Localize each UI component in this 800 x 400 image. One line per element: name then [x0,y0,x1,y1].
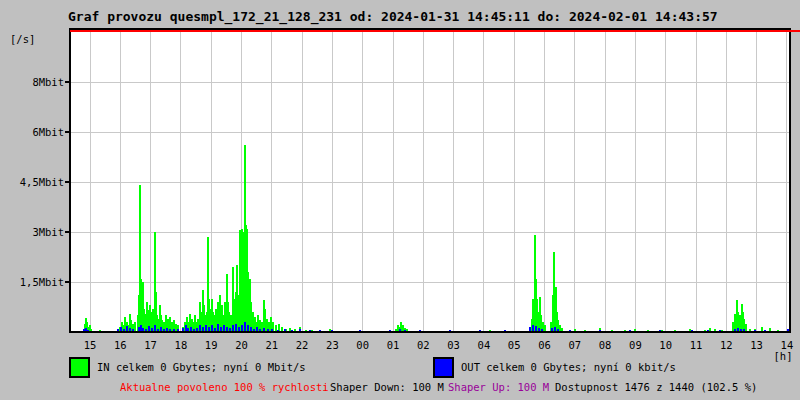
x-tick-label: 21 [257,339,287,351]
out-legend-swatch [433,357,454,378]
y-tick-label: 4,5Mbit [0,176,64,188]
x-tick-label: 20 [227,339,257,351]
shaper-up-label: Shaper Up: 100 M [448,381,549,393]
x-tick-label: 22 [287,339,317,351]
x-tick-label: 03 [439,339,469,351]
x-tick-label: 02 [408,339,438,351]
x-tick-label: 09 [620,339,650,351]
x-tick-label: 18 [166,339,196,351]
availability-label: Dostupnost 1476 z 1440 (102.5 %) [555,381,757,393]
shaper-down-label: Shaper Down: 100 M [330,381,444,393]
plot-area [70,29,790,332]
traffic-graph-page: { "header": { "title": "Graf provozu que… [0,0,800,400]
y-tick-label: 6Mbit [0,126,64,138]
x-tick-label: 00 [348,339,378,351]
x-tick-label: 04 [469,339,499,351]
y-tick-label: 3Mbit [0,226,64,238]
x-tick-label: 12 [711,339,741,351]
in-legend-label: IN celkem 0 Gbytes; nyní 0 Mbit/s [97,361,306,373]
x-tick-label: 07 [560,339,590,351]
in-legend-swatch [69,357,90,378]
y-tick-label: 1,5Mbit [0,276,64,288]
x-tick-label: 17 [136,339,166,351]
x-tick-label: 19 [196,339,226,351]
x-tick-label: 08 [590,339,620,351]
y-tick-label: 8Mbit [0,76,64,88]
x-tick-label: 06 [530,339,560,351]
x-tick-label: 10 [651,339,681,351]
x-tick-label: 05 [499,339,529,351]
allowed-speed-label: Aktualne povoleno 100 % rychlosti [120,381,329,393]
x-tick-label: 16 [105,339,135,351]
x-axis-unit-label: [h] [766,350,800,362]
x-tick-label: 23 [317,339,347,351]
out-legend-label: OUT celkem 0 Gbytes; nyní 0 kbit/s [461,361,676,373]
x-tick-label: 15 [75,339,105,351]
x-tick-label: 01 [378,339,408,351]
x-tick-label: 11 [681,339,711,351]
